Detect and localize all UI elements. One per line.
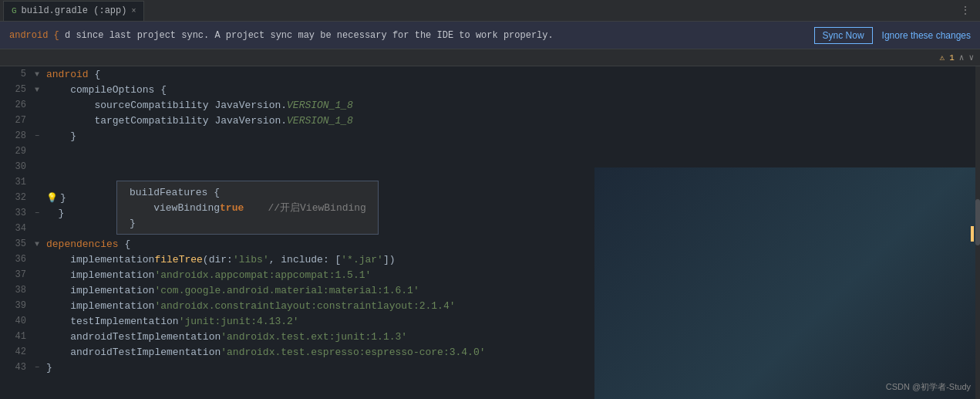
- code-token: }: [46, 362, 52, 374]
- line-num-39: 39: [0, 298, 32, 313]
- warning-count: 1: [949, 53, 955, 63]
- line-num-29: 29: [0, 144, 32, 159]
- code-token: implementation: [46, 285, 154, 296]
- code-token: ]): [383, 254, 396, 265]
- code-token: }: [60, 192, 66, 204]
- code-line-42: androidTestImplementation 'androidx.test…: [42, 344, 980, 360]
- line-num-36: 36: [0, 252, 32, 267]
- code-line-25: compileOptions {: [42, 82, 980, 97]
- line-numbers: 5 25 26 27 28 29 30 31 32 33 34 35 36 37…: [0, 66, 32, 399]
- watermark: CSDN @初学者-Study: [886, 381, 971, 393]
- code-token: }: [46, 130, 76, 142]
- tab-bar-left: G build.gradle (:app) ×: [3, 1, 144, 21]
- fold-32: [32, 190, 42, 205]
- notification-keyword: android {: [9, 30, 59, 41]
- code-token: 'libs': [233, 254, 269, 265]
- gradle-icon: G: [12, 6, 17, 15]
- line-num-30: 30: [0, 159, 32, 174]
- code-token: implementation: [46, 269, 154, 281]
- line-num-25: 25: [0, 82, 32, 97]
- tab-bar: G build.gradle (:app) × ⋮: [0, 0, 980, 22]
- line-num-26: 26: [0, 97, 32, 113]
- line-num-40: 40: [0, 313, 32, 329]
- code-token: [244, 202, 268, 214]
- code-token: 'androidx.constraintlayout:constraintlay…: [154, 300, 455, 312]
- code-token: 'androidx.test.ext:junit:1.1.3': [221, 331, 407, 343]
- code-token: fileTree: [154, 254, 202, 265]
- code-token: 'junit:junit:4.13.2': [179, 316, 299, 327]
- fold-38: [32, 282, 42, 298]
- fold-43[interactable]: −: [32, 360, 42, 375]
- code-token: {: [89, 69, 101, 80]
- code-token: }: [46, 208, 64, 219]
- code-token: implementation: [46, 300, 154, 312]
- code-token: }: [130, 218, 136, 229]
- fold-27: [32, 113, 42, 128]
- lightbulb-icon[interactable]: 💡: [46, 192, 58, 204]
- code-line-38: implementation 'com.google.android.mater…: [42, 282, 980, 298]
- fold-34: [32, 221, 42, 236]
- warning-bar: ⚠ 1 ∧ ∨: [0, 49, 980, 66]
- code-line-26: sourceCompatibility JavaVersion.VERSION_…: [42, 97, 980, 113]
- code-line-41: androidTestImplementation 'androidx.test…: [42, 329, 980, 344]
- options-menu-icon[interactable]: ⋮: [954, 1, 977, 20]
- code-token: true: [220, 202, 244, 214]
- code-editor[interactable]: android { compileOptions { sourceCompati…: [42, 66, 980, 399]
- fold-40: [32, 313, 42, 329]
- code-token: {: [119, 238, 131, 250]
- fold-5[interactable]: ▼: [32, 66, 42, 82]
- code-line-36: implementation fileTree (dir: 'libs' , i…: [42, 252, 980, 267]
- code-token: 'androidx.appcompat:appcompat:1.5.1': [154, 269, 371, 281]
- line-num-27: 27: [0, 113, 32, 128]
- code-token: 'androidx.test.espresso:espresso-core:3.…: [221, 347, 485, 358]
- line-num-42: 42: [0, 344, 32, 360]
- scrollbar[interactable]: [975, 66, 980, 399]
- code-token: dependencies: [46, 238, 119, 250]
- code-line-27: targetCompatibility JavaVersion.VERSION_…: [42, 113, 980, 128]
- notification-text: android { d since last project sync. A p…: [9, 30, 808, 41]
- scrollbar-thumb[interactable]: [975, 199, 980, 245]
- code-line-35: dependencies {: [42, 236, 980, 252]
- fold-26: [32, 97, 42, 113]
- code-token: implementation: [46, 254, 154, 265]
- line-num-41: 41: [0, 329, 32, 344]
- code-line-5: android {: [42, 66, 980, 82]
- line-num-32: 32: [0, 190, 32, 205]
- line-num-33: 33: [0, 205, 32, 221]
- code-line-29: [42, 144, 980, 159]
- code-token: compileOptions {: [46, 84, 167, 96]
- code-area: 5 25 26 27 28 29 30 31 32 33 34 35 36 37…: [0, 66, 980, 399]
- code-token: androidTestImplementation: [46, 347, 221, 358]
- code-token: testImplementation: [46, 316, 179, 327]
- code-line-30: [42, 159, 980, 174]
- code-line-40: testImplementation 'junit:junit:4.13.2': [42, 313, 980, 329]
- code-token: , include: [: [269, 254, 342, 265]
- fold-36: [32, 252, 42, 267]
- fold-35[interactable]: ▼: [32, 236, 42, 252]
- fold-31: [32, 174, 42, 190]
- build-gradle-tab[interactable]: G build.gradle (:app) ×: [3, 1, 144, 21]
- notification-actions: Sync Now Ignore these changes: [814, 27, 971, 44]
- line-num-34: 34: [0, 221, 32, 236]
- fold-41: [32, 329, 42, 344]
- warning-icon: ⚠: [940, 52, 945, 63]
- code-line-39: implementation 'androidx.constraintlayou…: [42, 298, 980, 313]
- tab-close-icon[interactable]: ×: [131, 7, 136, 15]
- sync-now-button[interactable]: Sync Now: [814, 27, 873, 44]
- line-num-5: 5: [0, 66, 32, 82]
- fold-25[interactable]: ▼: [32, 82, 42, 97]
- code-token: VERSION_1_8: [287, 115, 353, 127]
- fold-39: [32, 298, 42, 313]
- line-num-38: 38: [0, 282, 32, 298]
- ignore-changes-button[interactable]: Ignore these changes: [882, 30, 971, 41]
- warning-prev-icon[interactable]: ∧: [959, 52, 965, 63]
- fold-42: [32, 344, 42, 360]
- code-line-37: implementation 'androidx.appcompat:appco…: [42, 267, 980, 282]
- fold-gutter: ▼ ▼ − − ▼ −: [32, 66, 42, 399]
- code-token: buildFeatures {: [130, 187, 220, 198]
- popup-line-3: }: [117, 215, 378, 231]
- fold-33[interactable]: −: [32, 205, 42, 221]
- code-token: androidTestImplementation: [46, 331, 221, 343]
- warning-next-icon[interactable]: ∨: [968, 52, 974, 63]
- fold-28[interactable]: −: [32, 128, 42, 144]
